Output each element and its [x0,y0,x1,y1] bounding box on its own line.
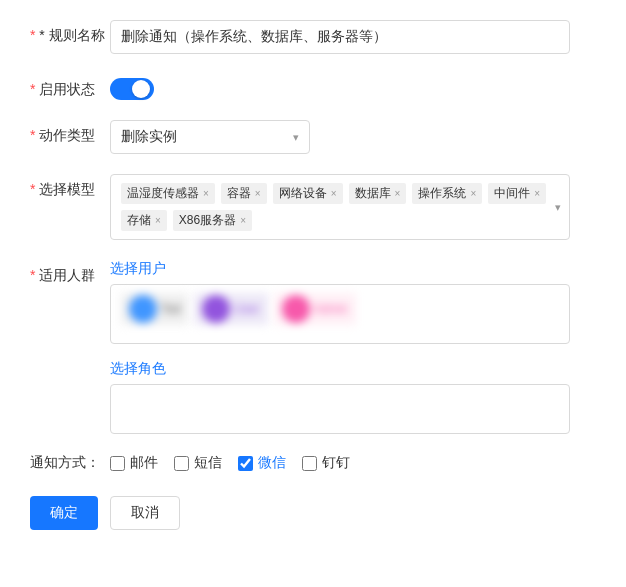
user-chip-2: User [194,293,267,325]
button-row: 确定 取消 [30,496,596,530]
user-chip-3: Admin [274,293,356,325]
user-box: Tod User Admin [110,284,570,344]
rule-name-input[interactable] [110,20,570,54]
select-model-label: 选择模型 [30,174,110,199]
rule-name-row: * 规则名称 [30,20,596,54]
notify-wechat-checkbox[interactable] [238,456,253,471]
tag-storage[interactable]: 存储 × [121,210,167,231]
action-type-label: 动作类型 [30,120,110,145]
notify-dingtalk-checkbox[interactable] [302,456,317,471]
notify-label: 通知方式： [30,454,110,472]
select-model-row: 选择模型 温湿度传感器 × 容器 × 网络设备 × 数据库 × 操作系统 × 中… [30,174,596,240]
tag-os[interactable]: 操作系统 × [412,183,482,204]
user-name-2: User [234,302,259,316]
action-type-select[interactable]: 删除实例 ▾ [110,120,310,154]
tag-close-x86[interactable]: × [240,215,246,226]
rule-name-content [110,20,596,54]
user-select-area: 选择用户 Tod User Admin 选择角色 [110,260,570,434]
notify-email-label: 邮件 [130,454,158,472]
model-dropdown-icon: ▾ [555,201,561,214]
tag-database[interactable]: 数据库 × [349,183,407,204]
enable-toggle[interactable] [110,78,154,100]
notify-options: 邮件 短信 微信 钉钉 [110,454,596,472]
notify-email-checkbox[interactable] [110,456,125,471]
notify-sms[interactable]: 短信 [174,454,222,472]
notify-email[interactable]: 邮件 [110,454,158,472]
action-type-row: 动作类型 删除实例 ▾ [30,120,596,154]
avatar-3 [282,295,310,323]
notify-row: 通知方式： 邮件 短信 微信 钉钉 [30,454,596,472]
select-model-content: 温湿度传感器 × 容器 × 网络设备 × 数据库 × 操作系统 × 中间件 × … [110,174,596,240]
enable-label: 启用状态 [30,74,110,99]
tag-sensor[interactable]: 温湿度传感器 × [121,183,215,204]
enable-content [110,74,596,100]
tag-middleware[interactable]: 中间件 × [488,183,546,204]
toggle-slider [110,78,154,100]
action-type-content: 删除实例 ▾ [110,120,596,154]
avatar-1 [129,295,157,323]
role-box [110,384,570,434]
user-name-3: Admin [314,302,348,316]
tag-x86[interactable]: X86服务器 × [173,210,252,231]
model-tags-area[interactable]: 温湿度传感器 × 容器 × 网络设备 × 数据库 × 操作系统 × 中间件 × … [110,174,570,240]
notify-sms-label: 短信 [194,454,222,472]
notify-content: 邮件 短信 微信 钉钉 [110,454,596,472]
notify-wechat[interactable]: 微信 [238,454,286,472]
notify-sms-checkbox[interactable] [174,456,189,471]
tag-close-container[interactable]: × [255,188,261,199]
rule-name-label: * 规则名称 [30,20,110,45]
tag-network[interactable]: 网络设备 × [273,183,343,204]
cancel-button[interactable]: 取消 [110,496,180,530]
audience-content: 选择用户 Tod User Admin 选择角色 [110,260,596,434]
notify-wechat-label: 微信 [258,454,286,472]
tag-close-os[interactable]: × [470,188,476,199]
chevron-down-icon: ▾ [293,131,299,144]
notify-dingtalk-label: 钉钉 [322,454,350,472]
tag-close-network[interactable]: × [331,188,337,199]
select-role-link[interactable]: 选择角色 [110,360,166,378]
enable-status-row: 启用状态 [30,74,596,100]
tag-close-sensor[interactable]: × [203,188,209,199]
audience-label: 适用人群 [30,260,110,285]
tag-container[interactable]: 容器 × [221,183,267,204]
select-user-link[interactable]: 选择用户 [110,260,166,278]
user-name-1: Tod [161,302,180,316]
tag-close-middleware[interactable]: × [534,188,540,199]
confirm-button[interactable]: 确定 [30,496,98,530]
action-type-value: 删除实例 [121,128,177,146]
avatar-2 [202,295,230,323]
tag-close-storage[interactable]: × [155,215,161,226]
user-chip-1: Tod [121,293,188,325]
tag-close-database[interactable]: × [395,188,401,199]
audience-row: 适用人群 选择用户 Tod User Admin 选择角色 [30,260,596,434]
notify-dingtalk[interactable]: 钉钉 [302,454,350,472]
